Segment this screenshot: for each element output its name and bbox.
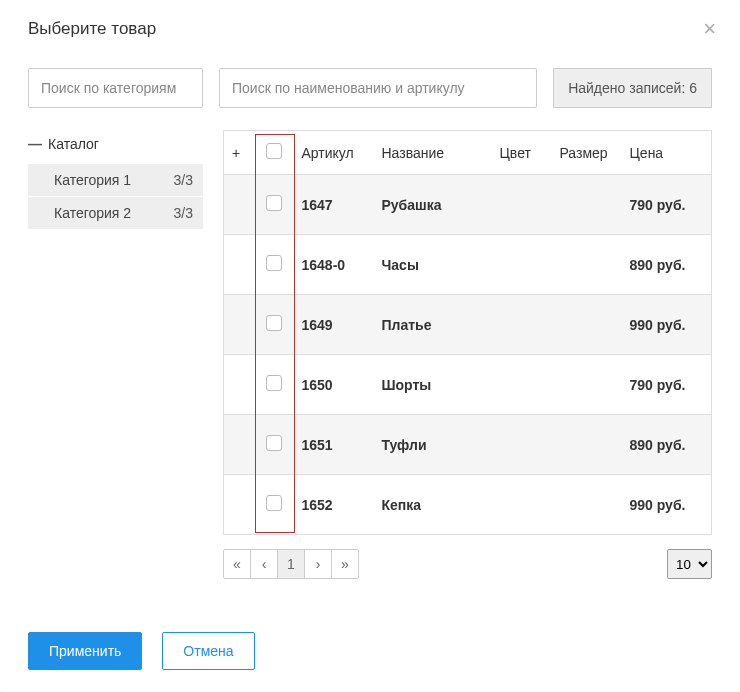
header-color[interactable]: Цвет bbox=[492, 131, 552, 175]
cell-name: Кепка bbox=[374, 475, 492, 535]
cell-color bbox=[492, 235, 552, 295]
cell-size bbox=[552, 475, 622, 535]
row-checkbox[interactable] bbox=[266, 495, 282, 511]
cell-article: 1647 bbox=[294, 175, 374, 235]
table-footer: « ‹ 1 › » 10 bbox=[223, 549, 712, 579]
tree-item-count: 3/3 bbox=[174, 172, 193, 188]
collapse-icon: — bbox=[28, 137, 42, 151]
cell-price: 890 руб. bbox=[622, 415, 712, 475]
cell-name: Рубашка bbox=[374, 175, 492, 235]
close-icon[interactable]: × bbox=[703, 18, 716, 40]
header-name[interactable]: Название bbox=[374, 131, 492, 175]
cell-name: Платье bbox=[374, 295, 492, 355]
select-product-modal: Выберите товар × Найдено записей: 6 — Ка… bbox=[0, 0, 740, 692]
expand-cell bbox=[224, 355, 258, 415]
cell-article: 1649 bbox=[294, 295, 374, 355]
pager: « ‹ 1 › » bbox=[223, 549, 359, 579]
checkbox-cell bbox=[258, 295, 294, 355]
tree-root[interactable]: — Каталог bbox=[28, 130, 203, 164]
table-row[interactable]: 1647Рубашка790 руб. bbox=[224, 175, 712, 235]
found-count-label: Найдено записей: 6 bbox=[553, 68, 712, 108]
cancel-button[interactable]: Отмена bbox=[162, 632, 254, 670]
table-row[interactable]: 1650Шорты790 руб. bbox=[224, 355, 712, 415]
table-row[interactable]: 1649Платье990 руб. bbox=[224, 295, 712, 355]
cell-color bbox=[492, 295, 552, 355]
table-row[interactable]: 1652Кепка990 руб. bbox=[224, 475, 712, 535]
pager-last[interactable]: » bbox=[331, 549, 359, 579]
checkbox-cell bbox=[258, 175, 294, 235]
category-search-input[interactable] bbox=[28, 68, 203, 108]
cell-price: 990 руб. bbox=[622, 295, 712, 355]
expand-cell bbox=[224, 475, 258, 535]
cell-size bbox=[552, 175, 622, 235]
cell-price: 990 руб. bbox=[622, 475, 712, 535]
header-price[interactable]: Цена bbox=[622, 131, 712, 175]
cell-color bbox=[492, 475, 552, 535]
cell-size bbox=[552, 355, 622, 415]
tree-item-label: Категория 2 bbox=[54, 205, 131, 221]
cell-size bbox=[552, 415, 622, 475]
cell-size bbox=[552, 295, 622, 355]
category-tree: — Каталог Категория 1 3/3 Категория 2 3/… bbox=[28, 130, 203, 229]
header-checkbox-cell bbox=[258, 131, 294, 175]
modal-header: Выберите товар × bbox=[0, 0, 740, 58]
cell-color bbox=[492, 175, 552, 235]
name-search-input[interactable] bbox=[219, 68, 537, 108]
pager-prev[interactable]: ‹ bbox=[250, 549, 278, 579]
header-article[interactable]: Артикул bbox=[294, 131, 374, 175]
tree-root-label: Каталог bbox=[48, 136, 99, 152]
expand-cell bbox=[224, 235, 258, 295]
checkbox-cell bbox=[258, 235, 294, 295]
table-row[interactable]: 1648-0Часы890 руб. bbox=[224, 235, 712, 295]
checkbox-cell bbox=[258, 415, 294, 475]
tree-item-count: 3/3 bbox=[174, 205, 193, 221]
header-size[interactable]: Размер bbox=[552, 131, 622, 175]
checkbox-cell bbox=[258, 475, 294, 535]
checkbox-cell bbox=[258, 355, 294, 415]
search-row: Найдено записей: 6 bbox=[28, 68, 712, 108]
cell-price: 890 руб. bbox=[622, 235, 712, 295]
page-size-select[interactable]: 10 bbox=[667, 549, 712, 579]
table-row[interactable]: 1651Туфли890 руб. bbox=[224, 415, 712, 475]
expand-cell bbox=[224, 295, 258, 355]
tree-item-category-1[interactable]: Категория 1 3/3 bbox=[28, 164, 203, 196]
row-checkbox[interactable] bbox=[266, 435, 282, 451]
cell-name: Шорты bbox=[374, 355, 492, 415]
product-grid: + Артикул Название Цвет Размер Цена 1647… bbox=[223, 130, 712, 579]
cell-article: 1648-0 bbox=[294, 235, 374, 295]
tree-item-label: Категория 1 bbox=[54, 172, 131, 188]
apply-button[interactable]: Применить bbox=[28, 632, 142, 670]
cell-article: 1652 bbox=[294, 475, 374, 535]
pager-next[interactable]: › bbox=[304, 549, 332, 579]
row-checkbox[interactable] bbox=[266, 255, 282, 271]
expand-all-button[interactable]: + bbox=[224, 131, 258, 175]
table-header-row: + Артикул Название Цвет Размер Цена bbox=[224, 131, 712, 175]
modal-body: Найдено записей: 6 — Каталог Категория 1… bbox=[0, 58, 740, 614]
cell-price: 790 руб. bbox=[622, 175, 712, 235]
pager-current[interactable]: 1 bbox=[277, 549, 305, 579]
select-all-checkbox[interactable] bbox=[266, 143, 282, 159]
cell-name: Туфли bbox=[374, 415, 492, 475]
modal-footer: Применить Отмена bbox=[0, 614, 740, 692]
cell-article: 1650 bbox=[294, 355, 374, 415]
cell-color bbox=[492, 415, 552, 475]
expand-cell bbox=[224, 415, 258, 475]
row-checkbox[interactable] bbox=[266, 375, 282, 391]
row-checkbox[interactable] bbox=[266, 315, 282, 331]
tree-item-category-2[interactable]: Категория 2 3/3 bbox=[28, 197, 203, 229]
row-checkbox[interactable] bbox=[266, 195, 282, 211]
cell-price: 790 руб. bbox=[622, 355, 712, 415]
pager-first[interactable]: « bbox=[223, 549, 251, 579]
expand-cell bbox=[224, 175, 258, 235]
cell-name: Часы bbox=[374, 235, 492, 295]
modal-title: Выберите товар bbox=[28, 19, 156, 39]
cell-size bbox=[552, 235, 622, 295]
cell-article: 1651 bbox=[294, 415, 374, 475]
cell-color bbox=[492, 355, 552, 415]
